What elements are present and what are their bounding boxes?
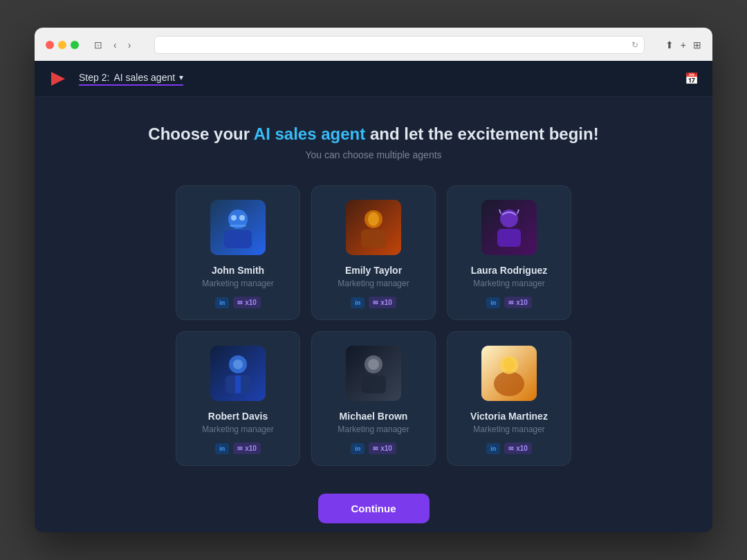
continue-button[interactable]: Continue	[318, 494, 430, 523]
agent-title-john-smith: Marketing manager	[202, 279, 273, 288]
agent-name-victoria-martinez: Victoria Martinez	[470, 411, 548, 422]
email-badge-victoria-martinez[interactable]: ✉ x10	[504, 442, 532, 454]
main-content: Choose your AI sales agent and let the e…	[35, 97, 712, 532]
new-tab-icon[interactable]: +	[681, 39, 686, 50]
forward-button[interactable]: ›	[125, 38, 134, 52]
share-icon[interactable]: ⬆	[665, 39, 674, 50]
email-icon: ✉	[237, 445, 243, 452]
agent-card-michael-brown[interactable]: Michael Brown Marketing manager in ✉ x10	[311, 331, 436, 466]
agent-card-laura-rodriguez[interactable]: Laura Rodriguez Marketing manager in ✉ x…	[447, 185, 571, 320]
browser-window: ⊡ ‹ › ↻ ⬆ + ⊞ Step 2: AI sales agent ▾ 📅…	[35, 28, 712, 532]
agent-badges-robert-davis: in ✉ x10	[215, 442, 261, 454]
browser-chrome: ⊡ ‹ › ↻ ⬆ + ⊞	[35, 28, 712, 61]
agent-avatar-john-smith	[210, 200, 266, 255]
linkedin-icon: in	[490, 299, 496, 306]
svg-marker-0	[51, 72, 65, 86]
traffic-lights	[46, 41, 79, 49]
agent-name-emily-taylor: Emily Taylor	[345, 265, 402, 276]
agent-name-michael-brown: Michael Brown	[340, 411, 408, 422]
svg-point-22	[368, 359, 379, 370]
page-heading: Choose your AI sales agent and let the e…	[148, 124, 598, 144]
linkedin-badge-laura-rodriguez[interactable]: in	[486, 297, 500, 308]
svg-point-10	[368, 212, 379, 226]
agents-grid: John Smith Marketing manager in ✉ x10 Em	[176, 185, 571, 466]
agent-avatar-michael-brown	[346, 346, 401, 401]
linkedin-icon: in	[355, 445, 360, 452]
browser-actions: ⬆ + ⊞	[665, 39, 701, 50]
browser-controls: ⊡ ‹ ›	[91, 38, 133, 52]
agent-avatar-emily-taylor	[346, 200, 401, 255]
email-badge-michael-brown[interactable]: ✉ x10	[369, 442, 396, 454]
svg-rect-17	[235, 375, 241, 393]
email-count: x10	[516, 445, 528, 452]
agent-title-michael-brown: Marketing manager	[338, 424, 409, 434]
svg-point-18	[233, 360, 243, 369]
svg-rect-13	[497, 229, 521, 247]
email-badge-laura-rodriguez[interactable]: ✉ x10	[504, 297, 532, 308]
linkedin-badge-victoria-martinez[interactable]: in	[486, 443, 500, 454]
heading-suffix: and let the excitement begin!	[365, 124, 598, 143]
reload-icon: ↻	[631, 40, 638, 50]
agent-title-laura-rodriguez: Marketing manager	[473, 279, 544, 288]
email-icon: ✉	[508, 445, 514, 452]
linkedin-icon: in	[219, 299, 225, 306]
back-button[interactable]: ‹	[111, 38, 120, 52]
step-label: Step 2: AI sales agent ▾	[79, 72, 183, 86]
email-icon: ✉	[373, 299, 378, 306]
step-name: AI sales agent	[113, 72, 175, 83]
chevron-down-icon[interactable]: ▾	[179, 73, 183, 82]
agent-card-victoria-martinez[interactable]: Victoria Martinez Marketing manager in ✉…	[447, 331, 571, 466]
agent-avatar-victoria-martinez	[481, 346, 537, 401]
email-icon: ✉	[237, 299, 243, 306]
email-count: x10	[380, 299, 392, 306]
email-badge-john-smith[interactable]: ✉ x10	[233, 297, 261, 308]
svg-point-24	[494, 371, 524, 396]
linkedin-icon: in	[490, 445, 496, 452]
agent-badges-john-smith: in ✉ x10	[215, 297, 261, 308]
agent-card-john-smith[interactable]: John Smith Marketing manager in ✉ x10	[176, 185, 300, 320]
linkedin-icon: in	[355, 299, 360, 306]
page-subheading: You can choose multiple agents	[305, 149, 441, 160]
email-count: x10	[245, 445, 257, 452]
app-logo	[48, 69, 68, 88]
agent-title-robert-davis: Marketing manager	[202, 424, 273, 434]
linkedin-badge-john-smith[interactable]: in	[215, 297, 229, 308]
heading-highlight: AI sales agent	[254, 124, 365, 143]
step-prefix: Step 2:	[79, 72, 109, 83]
agent-name-laura-rodriguez: Laura Rodriguez	[471, 265, 547, 276]
svg-point-5	[239, 215, 245, 221]
agent-title-victoria-martinez: Marketing manager	[473, 424, 544, 434]
app-bar: Step 2: AI sales agent ▾ 📅	[35, 61, 712, 97]
linkedin-badge-emily-taylor[interactable]: in	[351, 297, 365, 308]
svg-point-26	[504, 357, 515, 371]
agent-title-emily-taylor: Marketing manager	[338, 279, 409, 288]
linkedin-badge-robert-davis[interactable]: in	[215, 443, 229, 454]
agent-avatar-robert-davis	[210, 346, 266, 401]
agent-card-robert-davis[interactable]: Robert Davis Marketing manager in ✉ x10	[176, 331, 300, 466]
email-icon: ✉	[508, 299, 514, 306]
email-badge-emily-taylor[interactable]: ✉ x10	[369, 297, 396, 308]
email-count: x10	[245, 299, 257, 306]
agent-badges-emily-taylor: in ✉ x10	[351, 297, 396, 308]
agent-badges-michael-brown: in ✉ x10	[351, 442, 396, 454]
email-count: x10	[380, 445, 392, 452]
heading-prefix: Choose your	[148, 124, 253, 143]
app-bar-right: 📅	[685, 71, 699, 86]
agent-name-john-smith: John Smith	[212, 265, 264, 276]
minimize-button[interactable]	[58, 41, 66, 49]
email-badge-robert-davis[interactable]: ✉ x10	[233, 442, 261, 454]
calendar-icon[interactable]: 📅	[685, 73, 699, 84]
linkedin-badge-michael-brown[interactable]: in	[351, 443, 365, 454]
svg-rect-9	[361, 230, 386, 248]
agent-card-emily-taylor[interactable]: Emily Taylor Marketing manager in ✉ x10	[311, 185, 436, 320]
agent-avatar-laura-rodriguez	[481, 200, 537, 255]
extensions-icon[interactable]: ⊞	[693, 39, 701, 50]
svg-point-4	[231, 215, 237, 221]
address-bar[interactable]: ↻	[154, 36, 644, 54]
close-button[interactable]	[46, 41, 54, 49]
maximize-button[interactable]	[71, 41, 79, 49]
svg-rect-3	[224, 230, 252, 248]
agent-name-robert-davis: Robert Davis	[208, 411, 268, 422]
sidebar-toggle-button[interactable]: ⊡	[91, 38, 105, 52]
agent-badges-laura-rodriguez: in ✉ x10	[486, 297, 532, 308]
